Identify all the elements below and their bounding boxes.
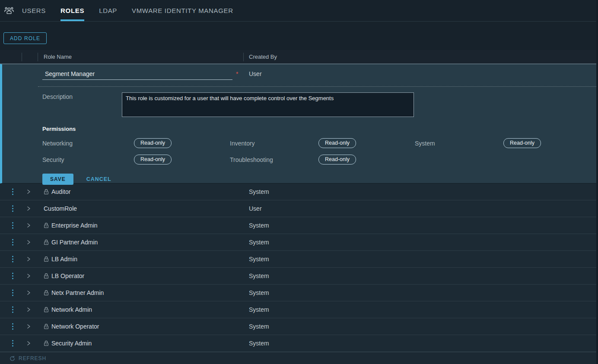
role-name-text: LB Operator (51, 272, 84, 279)
table-row[interactable]: LB Operator System (0, 268, 598, 285)
role-name-cell: GI Partner Admin (44, 239, 98, 246)
role-name-cell: CustomRole (44, 205, 77, 212)
kebab-menu-icon[interactable] (11, 289, 14, 297)
chevron-right-icon[interactable] (26, 223, 31, 228)
permission-label: Security (42, 156, 134, 163)
role-name-cell: Enterprise Admin (44, 222, 98, 229)
top-tab-bar: USERS ROLES LDAP VMWARE IDENTITY MANAGER (0, 0, 598, 22)
add-role-button[interactable]: ADD ROLE (3, 32, 47, 44)
permission-label: Troubleshooting (230, 156, 318, 163)
refresh-label: REFRESH (19, 355, 46, 361)
permission-item: Inventory Read-only (230, 138, 415, 148)
lock-icon (44, 340, 49, 346)
chevron-right-icon[interactable] (26, 189, 31, 194)
created-by-cell: System (249, 323, 269, 330)
editor-created-by-value: User (249, 70, 262, 77)
column-separator (22, 53, 22, 61)
refresh-button[interactable]: REFRESH (10, 355, 46, 361)
kebab-menu-icon[interactable] (11, 339, 14, 348)
permission-value-button[interactable]: Read-only (134, 155, 172, 165)
lock-icon (44, 307, 49, 313)
lock-icon (44, 189, 49, 195)
permission-value-button[interactable]: Read-only (318, 155, 356, 165)
created-by-cell: System (249, 239, 269, 246)
table-header: Role Name Created By (0, 50, 598, 64)
kebab-menu-icon[interactable] (11, 238, 14, 247)
created-by-cell: System (249, 306, 269, 313)
lock-icon (44, 290, 49, 296)
created-by-cell: System (249, 188, 269, 195)
permission-item: Networking Read-only (42, 138, 230, 148)
kebab-menu-icon[interactable] (11, 188, 14, 196)
created-by-cell: User (249, 205, 262, 212)
role-name-text: Auditor (51, 188, 70, 195)
role-name-cell: Network Operator (44, 323, 99, 330)
table-row[interactable]: Network Operator System (0, 318, 598, 335)
table-row[interactable]: GI Partner Admin System (0, 234, 598, 251)
chevron-right-icon[interactable] (26, 341, 31, 346)
tab-roles[interactable]: ROLES (60, 0, 84, 21)
permission-label: System (415, 140, 503, 147)
cancel-button[interactable]: CANCEL (86, 176, 111, 182)
table-row[interactable]: LB Admin System (0, 251, 598, 268)
column-header-role-name: Role Name (44, 54, 72, 60)
role-name-input[interactable] (42, 70, 232, 80)
created-by-cell: System (249, 272, 269, 279)
tab-vmware-identity-manager[interactable]: VMWARE IDENTITY MANAGER (132, 0, 233, 21)
permission-value-button[interactable]: Read-only (134, 138, 172, 148)
permission-value-button[interactable]: Read-only (503, 138, 541, 148)
chevron-right-icon[interactable] (26, 273, 31, 279)
kebab-menu-icon[interactable] (11, 272, 14, 280)
permission-value-button[interactable]: Read-only (318, 138, 356, 148)
permission-item: System Read-only (415, 138, 598, 148)
table-row[interactable]: Auditor System (0, 184, 598, 200)
role-name-text: Enterprise Admin (51, 222, 98, 229)
kebab-menu-icon[interactable] (11, 306, 14, 314)
kebab-menu-icon[interactable] (11, 205, 14, 213)
role-name-row: * User (38, 64, 598, 87)
role-name-cell: Auditor (44, 188, 70, 195)
created-by-cell: System (249, 289, 269, 296)
chevron-right-icon[interactable] (26, 256, 31, 262)
role-name-cell: Network Admin (44, 306, 92, 313)
role-name-text: CustomRole (44, 205, 77, 212)
chevron-right-icon[interactable] (26, 290, 31, 295)
table-footer: REFRESH (0, 352, 598, 364)
role-name-text: GI Partner Admin (51, 239, 98, 246)
created-by-cell: System (249, 256, 269, 263)
lock-icon (44, 239, 49, 245)
roles-table-body: Auditor System CustomRole User Enterpris… (0, 184, 598, 352)
tab-ldap[interactable]: LDAP (99, 0, 117, 21)
table-row[interactable]: Network Admin System (0, 301, 598, 318)
created-by-cell: System (249, 222, 269, 229)
role-name-text: Network Admin (51, 306, 92, 313)
lock-icon (44, 273, 49, 279)
chevron-right-icon[interactable] (26, 307, 31, 312)
permission-item: Security Read-only (42, 155, 230, 165)
scrollbar-track[interactable] (596, 0, 598, 364)
table-row[interactable]: Security Admin System (0, 335, 598, 352)
permission-label: Inventory (230, 140, 318, 147)
kebab-menu-icon[interactable] (11, 255, 14, 263)
role-editor-panel: * User Description This role is customiz… (0, 64, 598, 184)
permission-item: Troubleshooting Read-only (230, 155, 415, 165)
role-name-cell: LB Operator (44, 272, 84, 279)
role-name-cell: Netx Partner Admin (44, 289, 104, 296)
lock-icon (44, 323, 49, 329)
kebab-menu-icon[interactable] (11, 323, 14, 331)
description-textarea[interactable]: This role is customized for a user that … (122, 92, 414, 117)
tab-users[interactable]: USERS (22, 0, 46, 21)
users-group-icon (3, 0, 15, 21)
required-marker: * (236, 70, 238, 80)
table-row[interactable]: Netx Partner Admin System (0, 285, 598, 301)
description-row: Description This role is customized for … (42, 92, 598, 117)
kebab-menu-icon[interactable] (11, 222, 14, 230)
table-row[interactable]: Enterprise Admin System (0, 217, 598, 234)
role-name-text: Netx Partner Admin (51, 289, 104, 296)
chevron-right-icon[interactable] (26, 240, 31, 245)
chevron-right-icon[interactable] (26, 206, 31, 211)
chevron-right-icon[interactable] (26, 324, 31, 329)
permissions-grid: Networking Read-only Inventory Read-only… (42, 138, 598, 165)
created-by-cell: System (249, 340, 269, 347)
table-row[interactable]: CustomRole User (0, 200, 598, 217)
